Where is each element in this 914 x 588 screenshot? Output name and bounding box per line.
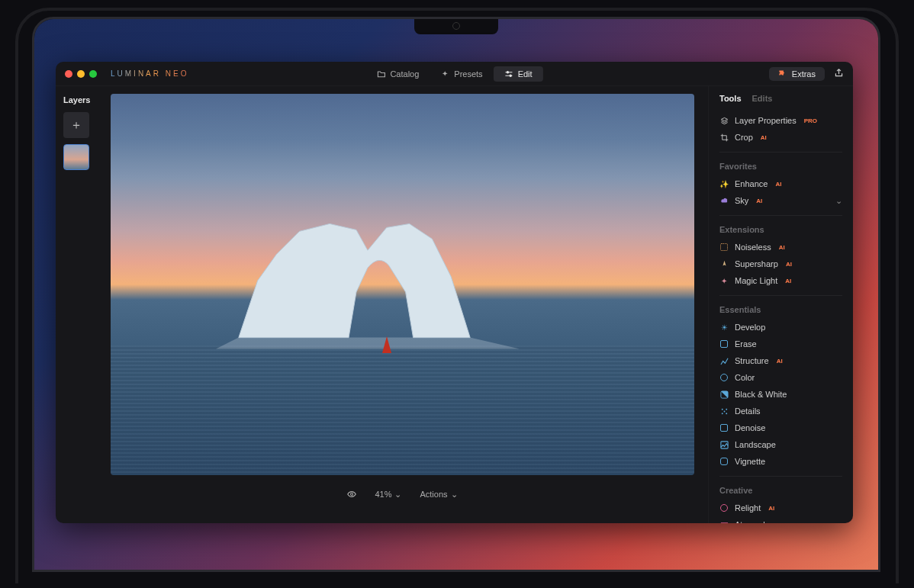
plus-icon: ＋ bbox=[70, 117, 82, 133]
tool-label: Sky bbox=[735, 196, 748, 205]
tool-enhance[interactable]: ✨ Enhance AI bbox=[719, 175, 842, 192]
tool-label: Enhance bbox=[735, 179, 768, 188]
svg-point-4 bbox=[721, 408, 723, 410]
tool-details[interactable]: Details bbox=[719, 403, 842, 419]
tool-magic-light[interactable]: ✦ Magic Light AI bbox=[719, 272, 842, 289]
bw-icon bbox=[719, 390, 729, 399]
iceberg-graphic bbox=[216, 208, 520, 361]
landscape-icon bbox=[719, 440, 729, 449]
svg-point-7 bbox=[726, 413, 727, 414]
visibility-icon[interactable] bbox=[347, 490, 356, 499]
cloud-icon bbox=[719, 196, 729, 205]
details-icon bbox=[719, 406, 729, 416]
zoom-level[interactable]: 41% ⌄ bbox=[375, 490, 401, 500]
ai-badge: AI bbox=[785, 278, 791, 284]
canvas-image[interactable] bbox=[111, 94, 694, 475]
tool-label: Magic Light bbox=[735, 276, 777, 285]
relight-icon bbox=[719, 503, 729, 512]
layers-panel: Layers ＋ bbox=[56, 86, 111, 523]
ocean-texture bbox=[111, 345, 694, 475]
chevron-down-icon: ⌄ bbox=[835, 196, 842, 206]
tool-label: Atmosphere bbox=[735, 520, 780, 523]
sparkle-icon: ✦ bbox=[440, 69, 449, 79]
sliders-icon bbox=[504, 69, 513, 79]
tool-label: Erase bbox=[735, 339, 757, 349]
tool-relight[interactable]: Relight AI bbox=[719, 500, 842, 516]
section-extensions: Extensions bbox=[719, 225, 842, 234]
svg-point-5 bbox=[726, 408, 727, 410]
tab-edit-label: Edit bbox=[518, 69, 533, 79]
svg-point-8 bbox=[723, 410, 725, 412]
tool-label: Noiseless bbox=[735, 243, 771, 252]
share-button[interactable] bbox=[834, 68, 844, 79]
tab-catalog-label: Catalog bbox=[390, 69, 419, 79]
tool-black-white[interactable]: Black & White bbox=[719, 386, 842, 403]
tool-label: Black & White bbox=[735, 390, 787, 399]
tab-presets[interactable]: ✦ Presets bbox=[430, 66, 493, 82]
vignette-icon bbox=[719, 457, 729, 466]
window-controls bbox=[65, 70, 97, 78]
eraser-icon bbox=[719, 339, 729, 349]
tab-tools[interactable]: Tools bbox=[719, 94, 742, 103]
ai-badge: AI bbox=[775, 181, 781, 188]
minimize-window-button[interactable] bbox=[77, 70, 85, 78]
divider bbox=[719, 152, 842, 153]
svg-point-1 bbox=[510, 75, 511, 76]
ai-badge: AI bbox=[779, 244, 785, 251]
tool-sky[interactable]: Sky AI ⌄ bbox=[719, 192, 842, 209]
tool-label: Details bbox=[735, 406, 761, 416]
tab-edits[interactable]: Edits bbox=[752, 94, 773, 103]
divider bbox=[719, 215, 842, 216]
section-creative: Creative bbox=[719, 486, 842, 495]
layer-thumbnail[interactable] bbox=[63, 144, 89, 170]
tool-color[interactable]: Color bbox=[719, 369, 842, 386]
tool-label: Landscape bbox=[735, 440, 776, 449]
svg-point-0 bbox=[507, 71, 508, 72]
svg-point-6 bbox=[721, 413, 723, 414]
add-layer-button[interactable]: ＋ bbox=[63, 112, 89, 138]
tool-atmosphere[interactable]: Atmosphere AI bbox=[719, 516, 842, 523]
tool-layer-properties[interactable]: Layer Properties PRO bbox=[719, 112, 842, 129]
tool-landscape[interactable]: Landscape bbox=[719, 436, 842, 453]
app-window: LUMINAR NEO Catalog ✦ Presets Edit bbox=[56, 62, 853, 523]
tool-erase[interactable]: Erase bbox=[719, 336, 842, 352]
tab-edit[interactable]: Edit bbox=[494, 66, 543, 82]
divider bbox=[719, 476, 842, 477]
chevron-down-icon: ⌄ bbox=[394, 490, 401, 500]
tool-label: Relight bbox=[735, 503, 761, 512]
tool-denoise[interactable]: Denoise bbox=[719, 419, 842, 436]
zoom-value: 41% bbox=[375, 490, 391, 499]
section-essentials: Essentials bbox=[719, 305, 842, 314]
app-title: LUMINAR NEO bbox=[111, 69, 188, 78]
structure-icon bbox=[719, 356, 729, 365]
canvas-footer: 41% ⌄ Actions ⌄ bbox=[111, 475, 694, 513]
tool-develop[interactable]: ☀ Develop bbox=[719, 319, 842, 336]
layers-title: Layers bbox=[63, 95, 103, 104]
tool-label: Vignette bbox=[735, 457, 765, 466]
tool-vignette[interactable]: Vignette bbox=[719, 453, 842, 470]
tool-label: Crop bbox=[735, 133, 753, 142]
tab-catalog[interactable]: Catalog bbox=[365, 66, 430, 82]
wand-icon: ✦ bbox=[719, 276, 729, 285]
extras-label: Extras bbox=[792, 69, 816, 79]
svg-rect-9 bbox=[720, 441, 727, 448]
denoise-icon bbox=[719, 423, 729, 432]
laptop-notch bbox=[414, 18, 498, 34]
ai-badge: AI bbox=[761, 134, 767, 141]
atmosphere-icon bbox=[719, 520, 729, 523]
tool-supersharp[interactable]: Supersharp AI bbox=[719, 255, 842, 272]
close-window-button[interactable] bbox=[65, 70, 72, 78]
actions-dropdown[interactable]: Actions ⌄ bbox=[420, 490, 457, 500]
maximize-window-button[interactable] bbox=[89, 70, 97, 78]
actions-label: Actions bbox=[420, 490, 447, 499]
tool-crop[interactable]: Crop AI bbox=[719, 129, 842, 146]
tool-label: Color bbox=[735, 373, 755, 382]
main-tabs: Catalog ✦ Presets Edit bbox=[365, 66, 542, 82]
laptop-frame: LUMINAR NEO Catalog ✦ Presets Edit bbox=[32, 17, 880, 572]
extras-button[interactable]: Extras bbox=[769, 67, 825, 81]
color-icon bbox=[719, 373, 729, 382]
tool-structure[interactable]: Structure AI bbox=[719, 352, 842, 369]
tool-label: Structure bbox=[735, 356, 769, 365]
tool-noiseless[interactable]: Noiseless AI bbox=[719, 239, 842, 255]
layers-icon bbox=[719, 116, 729, 125]
